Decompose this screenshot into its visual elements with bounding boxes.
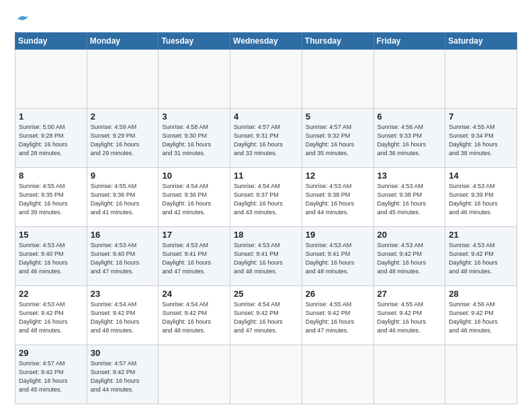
col-header-sunday: Sunday: [15, 32, 87, 49]
day-info: Sunrise: 4:53 AMSunset: 9:39 PMDaylight:…: [449, 182, 513, 217]
calendar-cell: 30Sunrise: 4:57 AMSunset: 9:42 PMDayligh…: [87, 345, 159, 404]
day-info: Sunrise: 4:57 AMSunset: 9:31 PMDaylight:…: [234, 123, 298, 158]
day-info: Sunrise: 4:53 AMSunset: 9:38 PMDaylight:…: [378, 182, 442, 217]
day-info: Sunrise: 5:00 AMSunset: 9:28 PMDaylight:…: [19, 123, 83, 158]
day-info: Sunrise: 4:53 AMSunset: 9:40 PMDaylight:…: [19, 241, 83, 276]
calendar-cell: [445, 345, 517, 404]
col-header-thursday: Thursday: [302, 32, 373, 49]
day-number: 14: [449, 171, 513, 181]
calendar-header-row: SundayMondayTuesdayWednesdayThursdayFrid…: [15, 32, 517, 49]
logo: [15, 12, 31, 26]
day-info: Sunrise: 4:53 AMSunset: 9:42 PMDaylight:…: [449, 241, 513, 276]
day-number: 26: [306, 289, 370, 299]
day-number: 4: [234, 111, 298, 122]
calendar-cell: [230, 345, 302, 404]
calendar-cell: 18Sunrise: 4:53 AMSunset: 9:41 PMDayligh…: [230, 226, 302, 285]
calendar-cell: 9Sunrise: 4:55 AMSunset: 9:36 PMDaylight…: [87, 167, 159, 226]
calendar-cell: 21Sunrise: 4:53 AMSunset: 9:42 PMDayligh…: [445, 226, 517, 285]
calendar-cell: 8Sunrise: 4:55 AMSunset: 9:35 PMDaylight…: [15, 167, 87, 226]
day-info: Sunrise: 4:53 AMSunset: 9:42 PMDaylight:…: [378, 241, 442, 276]
day-info: Sunrise: 4:55 AMSunset: 9:35 PMDaylight:…: [19, 182, 83, 217]
day-number: 13: [378, 171, 442, 181]
calendar-week-3: 15Sunrise: 4:53 AMSunset: 9:40 PMDayligh…: [15, 226, 517, 285]
day-info: Sunrise: 4:53 AMSunset: 9:38 PMDaylight:…: [306, 182, 370, 217]
day-number: 27: [378, 289, 442, 299]
day-number: 8: [19, 171, 83, 181]
col-header-saturday: Saturday: [445, 32, 517, 49]
header: [15, 12, 517, 26]
day-number: 23: [91, 289, 155, 299]
day-number: 12: [306, 171, 370, 181]
day-info: Sunrise: 4:54 AMSunset: 9:42 PMDaylight:…: [234, 300, 298, 335]
day-info: Sunrise: 4:59 AMSunset: 9:29 PMDaylight:…: [91, 123, 155, 158]
day-number: 7: [449, 111, 513, 122]
calendar-week-2: 8Sunrise: 4:55 AMSunset: 9:35 PMDaylight…: [15, 167, 517, 226]
calendar-cell: 15Sunrise: 4:53 AMSunset: 9:40 PMDayligh…: [15, 226, 87, 285]
day-info: Sunrise: 4:53 AMSunset: 9:42 PMDaylight:…: [19, 300, 83, 335]
calendar-cell: 23Sunrise: 4:54 AMSunset: 9:42 PMDayligh…: [87, 285, 159, 345]
calendar-cell: [302, 345, 373, 404]
calendar-cell: 19Sunrise: 4:53 AMSunset: 9:41 PMDayligh…: [302, 226, 373, 285]
day-number: 28: [449, 289, 513, 299]
day-number: 29: [19, 348, 83, 358]
calendar-cell: 16Sunrise: 4:53 AMSunset: 9:40 PMDayligh…: [87, 226, 159, 285]
day-info: Sunrise: 4:53 AMSunset: 9:41 PMDaylight:…: [162, 241, 226, 276]
day-info: Sunrise: 4:54 AMSunset: 9:36 PMDaylight:…: [162, 182, 226, 217]
calendar-cell: 17Sunrise: 4:53 AMSunset: 9:41 PMDayligh…: [159, 226, 230, 285]
calendar-week-5: 29Sunrise: 4:57 AMSunset: 9:42 PMDayligh…: [15, 345, 517, 404]
day-number: 18: [234, 230, 298, 240]
calendar-cell: 5Sunrise: 4:57 AMSunset: 9:32 PMDaylight…: [302, 108, 373, 167]
calendar-cell: 27Sunrise: 4:55 AMSunset: 9:42 PMDayligh…: [373, 285, 445, 345]
col-header-wednesday: Wednesday: [230, 32, 302, 49]
day-number: 19: [306, 230, 370, 240]
day-info: Sunrise: 4:56 AMSunset: 9:33 PMDaylight:…: [378, 123, 442, 158]
calendar-cell: 28Sunrise: 4:56 AMSunset: 9:42 PMDayligh…: [445, 285, 517, 345]
col-header-tuesday: Tuesday: [159, 32, 230, 49]
day-number: 11: [234, 171, 298, 181]
calendar-cell: 4Sunrise: 4:57 AMSunset: 9:31 PMDaylight…: [230, 108, 302, 167]
calendar-cell: 20Sunrise: 4:53 AMSunset: 9:42 PMDayligh…: [373, 226, 445, 285]
day-number: 25: [234, 289, 298, 299]
calendar-cell: 22Sunrise: 4:53 AMSunset: 9:42 PMDayligh…: [15, 285, 87, 345]
day-number: 1: [19, 111, 83, 122]
calendar-cell: [159, 345, 230, 404]
logo-text: [15, 12, 31, 26]
day-number: 2: [91, 111, 155, 122]
calendar-cell: 26Sunrise: 4:55 AMSunset: 9:42 PMDayligh…: [302, 285, 373, 345]
day-info: Sunrise: 4:58 AMSunset: 9:30 PMDaylight:…: [162, 123, 226, 158]
calendar-cell: 2Sunrise: 4:59 AMSunset: 9:29 PMDaylight…: [87, 108, 159, 167]
col-header-monday: Monday: [87, 32, 159, 49]
day-number: 20: [378, 230, 442, 240]
calendar-cell: 11Sunrise: 4:54 AMSunset: 9:37 PMDayligh…: [230, 167, 302, 226]
day-number: 24: [162, 289, 226, 299]
day-info: Sunrise: 4:57 AMSunset: 9:42 PMDaylight:…: [19, 359, 83, 394]
day-info: Sunrise: 4:53 AMSunset: 9:41 PMDaylight:…: [306, 241, 370, 276]
calendar-cell: 6Sunrise: 4:56 AMSunset: 9:33 PMDaylight…: [373, 108, 445, 167]
day-info: Sunrise: 4:57 AMSunset: 9:32 PMDaylight:…: [306, 123, 370, 158]
day-info: Sunrise: 4:55 AMSunset: 9:42 PMDaylight:…: [306, 300, 370, 335]
calendar-cell: 29Sunrise: 4:57 AMSunset: 9:42 PMDayligh…: [15, 345, 87, 404]
calendar-week-4: 22Sunrise: 4:53 AMSunset: 9:42 PMDayligh…: [15, 285, 517, 345]
calendar-cell: [87, 49, 159, 108]
calendar: SundayMondayTuesdayWednesdayThursdayFrid…: [15, 32, 517, 404]
day-info: Sunrise: 4:55 AMSunset: 9:34 PMDaylight:…: [449, 123, 513, 158]
calendar-week-0: [15, 49, 517, 108]
calendar-cell: 1Sunrise: 5:00 AMSunset: 9:28 PMDaylight…: [15, 108, 87, 167]
calendar-cell: 7Sunrise: 4:55 AMSunset: 9:34 PMDaylight…: [445, 108, 517, 167]
calendar-cell: 25Sunrise: 4:54 AMSunset: 9:42 PMDayligh…: [230, 285, 302, 345]
calendar-cell: [230, 49, 302, 108]
day-info: Sunrise: 4:55 AMSunset: 9:36 PMDaylight:…: [91, 182, 155, 217]
col-header-friday: Friday: [373, 32, 445, 49]
day-number: 5: [306, 111, 370, 122]
day-info: Sunrise: 4:54 AMSunset: 9:37 PMDaylight:…: [234, 182, 298, 217]
page: SundayMondayTuesdayWednesdayThursdayFrid…: [0, 0, 532, 411]
calendar-cell: 24Sunrise: 4:54 AMSunset: 9:42 PMDayligh…: [159, 285, 230, 345]
logo-bird-icon: [16, 13, 31, 24]
calendar-cell: [373, 49, 445, 108]
calendar-cell: [373, 345, 445, 404]
calendar-cell: 10Sunrise: 4:54 AMSunset: 9:36 PMDayligh…: [159, 167, 230, 226]
calendar-cell: [15, 49, 87, 108]
day-number: 6: [378, 111, 442, 122]
day-info: Sunrise: 4:54 AMSunset: 9:42 PMDaylight:…: [162, 300, 226, 335]
day-number: 3: [162, 111, 226, 122]
